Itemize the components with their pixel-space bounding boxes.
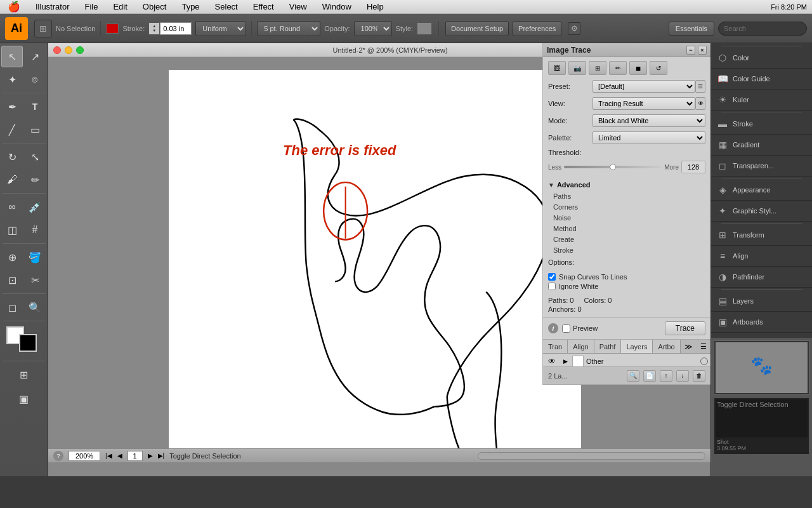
panel-close-btn[interactable]: ×: [698, 46, 707, 55]
preset-auto-icon[interactable]: 🖼: [548, 61, 566, 75]
align-panel-item[interactable]: ≡ Align: [711, 246, 812, 267]
gradient-tool[interactable]: ◫: [1, 219, 23, 241]
close-button[interactable]: [53, 46, 61, 54]
preset-photo-icon[interactable]: 📷: [568, 61, 586, 75]
workspace-settings-icon[interactable]: ⚙: [568, 22, 580, 35]
preset-grid-icon[interactable]: ⊞: [589, 61, 606, 75]
menu-edit[interactable]: Edit: [110, 2, 129, 11]
workspace-icon[interactable]: ⊞: [34, 20, 52, 37]
layer-search-btn[interactable]: 🔍: [627, 370, 639, 382]
opacity-select[interactable]: 100%: [354, 21, 392, 36]
style-color-box[interactable]: [417, 22, 432, 35]
pencil-tool[interactable]: ✏: [24, 169, 46, 190]
graphic-styles-panel-item[interactable]: ✦ Graphic Styl...: [711, 201, 812, 222]
view-select[interactable]: Tracing Result: [593, 97, 695, 110]
layer-move-up-btn[interactable]: ↑: [660, 370, 672, 382]
search-input[interactable]: [718, 22, 807, 36]
preview-checkbox[interactable]: [562, 324, 570, 333]
layer-move-down-btn[interactable]: ↓: [676, 370, 689, 382]
maximize-button[interactable]: [76, 46, 84, 54]
drawing-modes[interactable]: ⊞: [7, 364, 41, 385]
selection-tool[interactable]: ↖: [1, 46, 23, 67]
screen-mode[interactable]: ▣: [7, 388, 41, 410]
stroke-swatch[interactable]: [19, 334, 37, 352]
next-page-btn[interactable]: ▶|: [158, 452, 165, 459]
threshold-slider[interactable]: [564, 166, 662, 168]
zoom-input[interactable]: [69, 451, 100, 461]
menu-illustrator[interactable]: Illustrator: [33, 2, 72, 11]
minimize-button[interactable]: [65, 46, 72, 54]
next-btn[interactable]: ▶: [148, 452, 153, 459]
type-tool[interactable]: T: [24, 96, 46, 117]
zoom-tool[interactable]: 🔍: [24, 297, 46, 318]
gradient-panel-item[interactable]: ▦ Gradient: [711, 135, 812, 156]
paintbrush-tool[interactable]: 🖌: [1, 169, 23, 190]
blend-tool[interactable]: ∞: [1, 196, 23, 218]
prev-btn[interactable]: ◀: [117, 452, 122, 459]
artboards-panel-item[interactable]: ▣ Artboards: [711, 312, 812, 333]
page-input[interactable]: [128, 451, 143, 461]
tab-pathf[interactable]: Pathf: [594, 340, 622, 353]
live-paint-tool[interactable]: 🪣: [24, 246, 46, 268]
preset-select[interactable]: [Default]: [593, 80, 695, 93]
snap-curves-checkbox[interactable]: [548, 273, 556, 281]
ignore-white-checkbox[interactable]: [548, 283, 556, 290]
lasso-tool[interactable]: ⌾: [24, 69, 46, 90]
apple-menu[interactable]: 🍎: [5, 1, 23, 13]
rect-tool[interactable]: ▭: [24, 119, 46, 140]
appearance-panel-item[interactable]: ◈ Appearance: [711, 180, 812, 201]
preset-refresh-icon[interactable]: ↺: [650, 61, 667, 75]
menu-type[interactable]: Type: [179, 2, 202, 11]
view-preview-icon[interactable]: 👁: [695, 97, 705, 110]
preset-sketch-icon[interactable]: ✏: [609, 61, 627, 75]
color-panel-item[interactable]: ⬡ Color: [711, 48, 812, 69]
panel-options-btn[interactable]: ☰: [697, 340, 710, 353]
slice-tool[interactable]: ✂: [24, 269, 46, 291]
tab-align[interactable]: Align: [568, 340, 594, 353]
menu-select[interactable]: Select: [213, 2, 240, 11]
menu-view[interactable]: View: [287, 2, 310, 11]
preset-silhouette-icon[interactable]: ◼: [629, 61, 647, 75]
menu-object[interactable]: Object: [140, 2, 169, 11]
kuler-panel-item[interactable]: ☀ Kuler: [711, 90, 812, 110]
menu-effect[interactable]: Effect: [251, 2, 277, 11]
eraser-tool[interactable]: ◻: [1, 297, 23, 318]
brush-select[interactable]: 5 pt. Round: [257, 21, 320, 36]
advanced-section-header[interactable]: ▼ Advanced: [548, 181, 705, 189]
layer-expand-icon[interactable]: ▶: [561, 357, 570, 366]
perspective-tool[interactable]: ⊡: [1, 269, 23, 291]
layers-panel-item[interactable]: ▤ Layers: [711, 291, 812, 312]
tab-layers[interactable]: Layers: [621, 340, 653, 353]
line-tool[interactable]: ╱: [1, 119, 23, 140]
color-guide-panel-item[interactable]: 📖 Color Guide: [711, 69, 812, 90]
preview-thumb-1[interactable]: 🐾: [714, 340, 809, 395]
info-btn[interactable]: ?: [53, 451, 63, 461]
direct-selection-tool[interactable]: ↗: [24, 46, 46, 67]
stroke-type-select[interactable]: Uniform: [195, 21, 246, 36]
menu-file[interactable]: File: [82, 2, 100, 11]
mode-select[interactable]: Black and White: [593, 114, 705, 127]
layer-delete-btn[interactable]: 🗑: [693, 370, 705, 382]
tab-tran[interactable]: Tran: [543, 340, 568, 353]
tabs-more-btn[interactable]: ≫: [681, 340, 697, 353]
layer-new-btn[interactable]: 📄: [643, 370, 656, 382]
fill-color-box[interactable]: [106, 23, 119, 34]
prev-page-btn[interactable]: |◀: [105, 452, 112, 459]
preferences-button[interactable]: Preferences: [513, 21, 561, 36]
menu-window[interactable]: Window: [320, 2, 354, 11]
pen-tool[interactable]: ✒: [1, 96, 23, 117]
eyedropper-tool[interactable]: 💉: [24, 196, 46, 218]
preset-menu-icon[interactable]: ☰: [695, 80, 705, 93]
shape-builder-tool[interactable]: ⊕: [1, 246, 23, 268]
transform-panel-item[interactable]: ⊞ Transform: [711, 225, 812, 246]
trace-button[interactable]: Trace: [665, 321, 705, 335]
pathfinder-panel-item[interactable]: ◑ Pathfinder: [711, 267, 812, 288]
preview-thumb-2[interactable]: Toggle Direct Selection Shot3.09.55 PM: [714, 398, 809, 455]
rotate-tool[interactable]: ↻: [1, 146, 23, 168]
scale-tool[interactable]: ⤡: [24, 146, 46, 168]
eye-visible-icon[interactable]: 👁: [546, 355, 558, 368]
stroke-value-input[interactable]: [160, 22, 192, 35]
doc-setup-button[interactable]: Document Setup: [445, 21, 509, 36]
stroke-panel-item[interactable]: ▬ Stroke: [711, 114, 812, 135]
scroll-horizontal[interactable]: [478, 452, 705, 460]
